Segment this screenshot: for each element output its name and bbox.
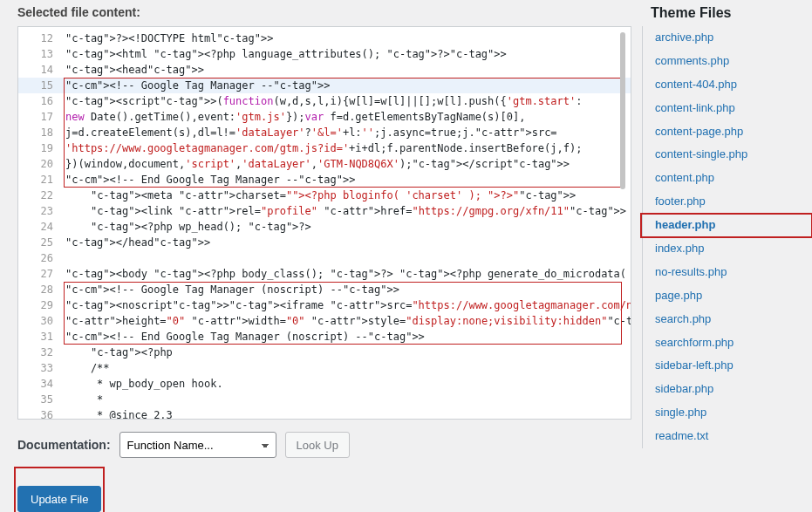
file-link[interactable]: sidebar.php	[643, 378, 812, 401]
code-editor[interactable]: 1213141516171819202122232425262728293031…	[17, 26, 631, 420]
section-title: Selected file content:	[17, 5, 631, 19]
update-file-button[interactable]: Update File	[17, 486, 101, 512]
documentation-label: Documentation:	[17, 438, 111, 452]
file-link[interactable]: search.php	[643, 308, 812, 331]
file-link[interactable]: no-results.php	[643, 261, 812, 284]
file-link[interactable]: header.php	[641, 214, 812, 237]
file-link[interactable]: footer.php	[643, 190, 812, 214]
file-link[interactable]: searchform.php	[643, 331, 812, 355]
file-link[interactable]: sidebar-left.php	[643, 354, 812, 378]
file-link[interactable]: page.php	[643, 284, 812, 308]
file-link[interactable]: readme.txt	[643, 425, 812, 448]
file-link[interactable]: content-link.php	[643, 97, 812, 120]
file-link[interactable]: content-single.php	[643, 143, 812, 167]
scrollbar[interactable]	[620, 32, 625, 189]
file-link[interactable]: content-404.php	[643, 73, 812, 97]
lookup-button[interactable]: Look Up	[285, 432, 350, 458]
sidebar-title: Theme Files	[651, 5, 812, 21]
file-link[interactable]: content.php	[643, 167, 812, 190]
function-select[interactable]: Function Name...	[119, 432, 276, 458]
file-link[interactable]: comments.php	[643, 50, 812, 73]
file-link[interactable]: index.php	[643, 237, 812, 261]
file-list: archive.phpcomments.phpcontent-404.phpco…	[642, 26, 812, 448]
file-link[interactable]: content-page.php	[643, 120, 812, 144]
code-content[interactable]: "c-tag">?><!DOCTYPE html"c-tag">>"c-tag"…	[18, 27, 631, 419]
file-link[interactable]: single.php	[643, 401, 812, 425]
file-link[interactable]: archive.php	[643, 26, 812, 50]
